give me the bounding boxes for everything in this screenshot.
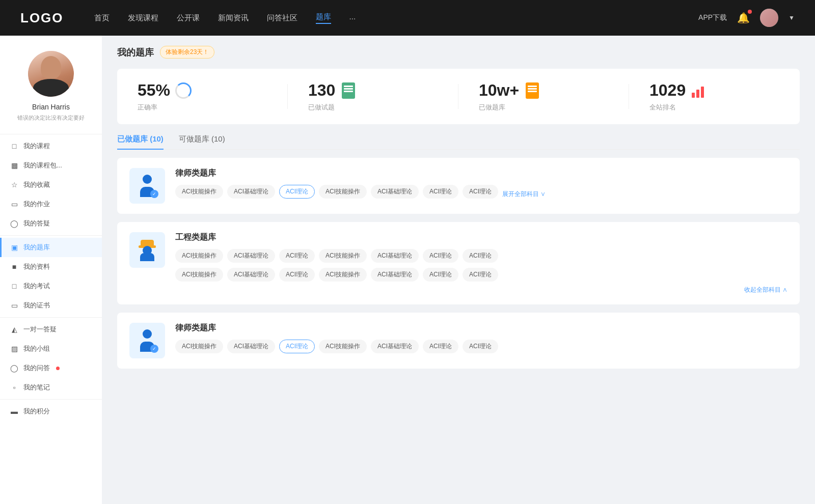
qbank-tag[interactable]: ACI基础理论: [371, 249, 419, 263]
page-wrapper: Brian Harris 错误的决定比没有决定要好 □ 我的课程 ▩ 我的课程包…: [0, 36, 815, 504]
nav-more[interactable]: ···: [349, 14, 356, 22]
navbar: LOGO 首页 发现课程 公开课 新闻资讯 问答社区 题库 ··· APP下载 …: [0, 0, 815, 36]
sidebar-item-label: 我的题库: [23, 243, 50, 252]
stat-top: 130: [308, 81, 357, 100]
nav-qbank[interactable]: 题库: [316, 12, 331, 24]
nav-qa[interactable]: 问答社区: [267, 13, 297, 23]
qbank-tag[interactable]: ACI理论: [463, 249, 498, 263]
sidebar-item-points[interactable]: ▬ 我的积分: [0, 402, 102, 421]
collapse-button-engineer[interactable]: 收起全部科目 ∧: [175, 286, 787, 294]
qbank-tag[interactable]: ACI理论: [279, 249, 315, 263]
sidebar-item-exam[interactable]: □ 我的考试: [0, 276, 102, 296]
qbank-tag[interactable]: ACI技能操作: [319, 185, 367, 199]
engineer-figure: [136, 239, 158, 261]
navbar-menu: 首页 发现课程 公开课 新闻资讯 问答社区 题库 ···: [94, 12, 699, 24]
qbank-tag[interactable]: ACI基础理论: [371, 340, 419, 353]
qbank-tag[interactable]: ACI理论: [423, 249, 458, 263]
logo[interactable]: LOGO: [20, 10, 64, 26]
nav-news[interactable]: 新闻资讯: [218, 13, 249, 23]
lawyer-badge: ✓: [150, 190, 158, 198]
qbank-icon: ▣: [10, 243, 18, 251]
engineer-body: [140, 253, 154, 261]
sidebar-item-course[interactable]: □ 我的课程: [0, 136, 102, 156]
bar2: [696, 90, 699, 98]
sidebar-item-group[interactable]: ▨ 我的小组: [0, 339, 102, 358]
lawyer-figure-2: ✓: [136, 329, 158, 352]
profile-icon: ■: [10, 263, 18, 271]
green-doc-icon: [342, 82, 355, 99]
sidebar-item-homework[interactable]: ▭ 我的作业: [0, 194, 102, 214]
tab-available-banks[interactable]: 可做题库 (10): [179, 134, 225, 149]
qbank-tag[interactable]: ACI技能操作: [319, 268, 367, 282]
divider-1: [0, 134, 102, 134]
sidebar-item-profile[interactable]: ■ 我的资料: [0, 257, 102, 276]
sidebar-item-one-on-one[interactable]: ◭ 一对一答疑: [0, 320, 102, 339]
qbank-tag[interactable]: ACI技能操作: [175, 185, 223, 199]
sidebar-item-qa[interactable]: ◯ 我的答疑: [0, 214, 102, 233]
done-questions-icon: [340, 82, 357, 99]
engineer-hat: [141, 240, 154, 246]
sidebar-item-label: 我的课程包...: [23, 161, 62, 170]
lawyer-head-2: [143, 329, 152, 339]
sidebar-avatar: [28, 51, 74, 97]
qbank-tag[interactable]: ACI理论: [423, 340, 458, 353]
qbank-tag[interactable]: ACI基础理论: [227, 249, 275, 263]
nav-open[interactable]: 公开课: [177, 13, 200, 23]
qbank-tag[interactable]: ACI基础理论: [227, 268, 275, 282]
qbank-tag[interactable]: ACI基础理论: [227, 185, 275, 199]
bell-button[interactable]: 🔔: [737, 12, 750, 24]
qbank-title-lawyer-2: 律师类题库: [175, 323, 787, 333]
expand-button-lawyer[interactable]: 展开全部科目 ∨: [502, 190, 546, 199]
stat-done-banks: 10w+ 已做题库: [458, 81, 629, 112]
sidebar-item-notes[interactable]: ▫ 我的笔记: [0, 378, 102, 397]
app-download-button[interactable]: APP下载: [698, 13, 727, 22]
qbank-tag[interactable]: ACI理论: [463, 268, 498, 282]
lawyer-figure: ✓: [136, 175, 158, 197]
stat-label-banks: 已做题库: [479, 103, 505, 112]
qbank-card-header: 工程类题库 ACI技能操作 ACI基础理论 ACI理论 ACI技能操作 ACI基…: [129, 232, 787, 294]
stat-accuracy: 55% 正确率: [117, 81, 288, 112]
qbank-tag[interactable]: ACI理论: [463, 185, 498, 199]
lawyer-badge-2: ✓: [150, 345, 158, 353]
avatar[interactable]: [760, 9, 778, 27]
sidebar-item-label: 我的问答: [23, 363, 50, 373]
qbank-info-engineer: 工程类题库 ACI技能操作 ACI基础理论 ACI理论 ACI技能操作 ACI基…: [175, 232, 787, 294]
sidebar-item-qbank[interactable]: ▣ 我的题库: [0, 238, 102, 257]
qbank-tag[interactable]: ACI基础理论: [371, 185, 419, 199]
qbank-tag[interactable]: ACI理论: [423, 185, 458, 199]
cert-icon: ▭: [10, 301, 18, 310]
qbank-tag[interactable]: ACI技能操作: [319, 249, 367, 263]
nav-home[interactable]: 首页: [94, 13, 110, 23]
sidebar-item-favorites[interactable]: ☆ 我的收藏: [0, 175, 102, 194]
tab-done-banks[interactable]: 已做题库 (10): [117, 134, 164, 149]
qbank-tag[interactable]: ACI理论: [423, 268, 458, 282]
sidebar-item-course-pack[interactable]: ▩ 我的课程包...: [0, 156, 102, 175]
qbank-tag[interactable]: ACI理论: [463, 340, 498, 353]
sidebar-item-label: 我的作业: [23, 200, 50, 209]
qbank-info-lawyer-2: 律师类题库 ACI技能操作 ACI基础理论 ACI理论 ACI技能操作 ACI基…: [175, 323, 787, 353]
points-icon: ▬: [10, 407, 18, 415]
qbank-tag-active[interactable]: ACI理论: [279, 340, 315, 353]
questions-dot: [56, 367, 60, 370]
sidebar-item-label: 我的小组: [23, 344, 50, 353]
bar-chart-icon: [692, 83, 706, 98]
sidebar-item-label: 我的资料: [23, 262, 50, 271]
sidebar-item-label: 一对一答疑: [23, 325, 57, 334]
divider-2: [0, 235, 102, 236]
qbank-tags-row-1: ACI技能操作 ACI基础理论 ACI理论 ACI技能操作 ACI基础理论 AC…: [175, 249, 787, 263]
page-title: 我的题库: [117, 46, 154, 59]
sidebar-item-questions[interactable]: ◯ 我的问答: [0, 358, 102, 378]
qbank-tag[interactable]: ACI基础理论: [371, 268, 419, 282]
qbank-tag[interactable]: ACI理论: [279, 268, 315, 282]
profile-chevron[interactable]: ▼: [789, 14, 795, 21]
qbank-tag[interactable]: ACI技能操作: [175, 340, 223, 353]
bar1: [692, 93, 695, 98]
qbank-tag-active[interactable]: ACI理论: [279, 185, 315, 199]
sidebar-item-cert[interactable]: ▭ 我的证书: [0, 296, 102, 315]
sidebar-item-label: 我的收藏: [23, 180, 50, 189]
qbank-tag[interactable]: ACI技能操作: [319, 340, 367, 353]
nav-discover[interactable]: 发现课程: [128, 13, 158, 23]
qbank-tag[interactable]: ACI技能操作: [175, 268, 223, 282]
qbank-tag[interactable]: ACI基础理论: [227, 340, 275, 353]
qbank-tag[interactable]: ACI技能操作: [175, 249, 223, 263]
